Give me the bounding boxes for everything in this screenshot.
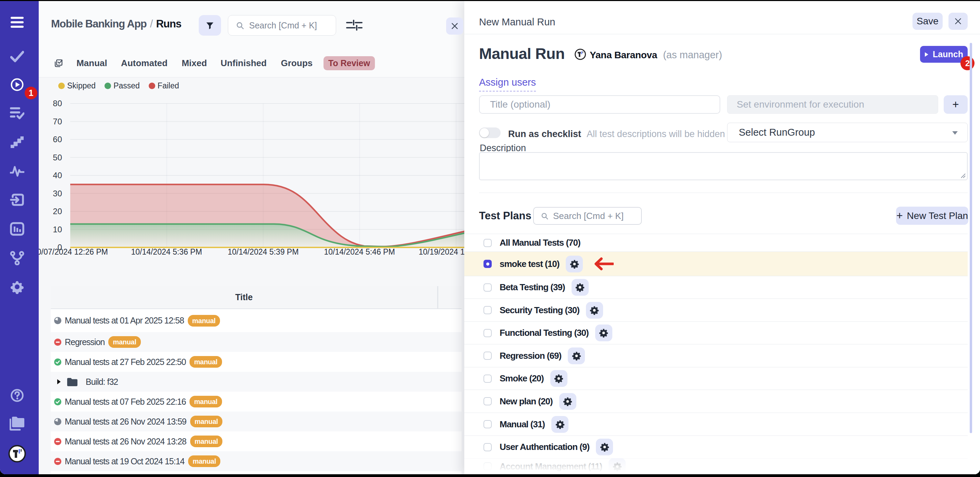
svg-text:70: 70 [53, 117, 62, 126]
svg-text:40: 40 [53, 171, 62, 180]
svg-text:20: 20 [53, 207, 62, 216]
svg-text:10: 10 [53, 225, 62, 234]
svg-text:80: 80 [53, 99, 62, 108]
svg-text:50: 50 [53, 153, 62, 162]
svg-text:30: 30 [53, 189, 62, 198]
svg-text:60: 60 [53, 135, 62, 144]
